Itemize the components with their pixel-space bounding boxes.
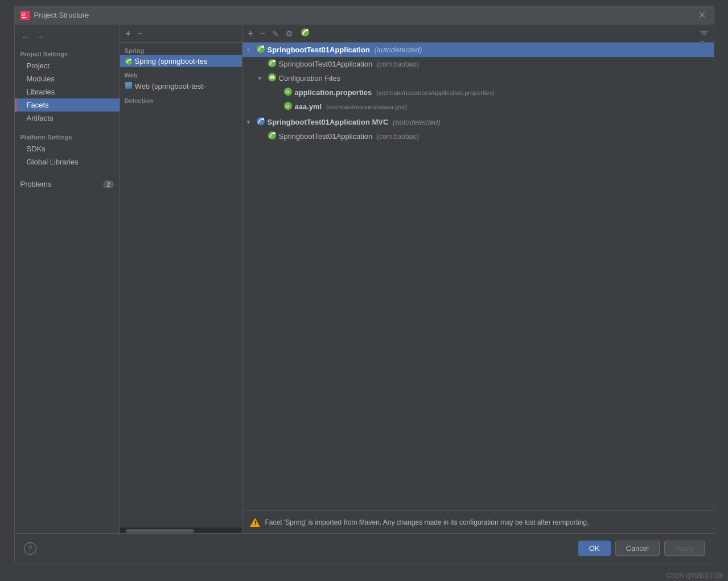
svg-point-3 [125, 58, 132, 65]
spring-run-icon: ▶ [300, 27, 310, 38]
svg-text:IJ: IJ [22, 13, 25, 17]
sort-az-icon: ⇅ AZ [700, 24, 709, 26]
sidebar-item-libraries[interactable]: Libraries [15, 85, 120, 98]
forward-button[interactable]: → [34, 31, 47, 43]
tree-node-springboot-mvc[interactable]: ▼ SpringbootTest01Application MVC (autod… [242, 115, 714, 129]
project-settings-section-header: Project Settings [15, 47, 120, 59]
config-folder-icon: ⚙ [268, 73, 277, 84]
sidebar-item-project[interactable]: Project [15, 59, 120, 72]
spring-facet-icon [125, 57, 133, 65]
svg-rect-7 [126, 88, 131, 88]
help-button[interactable]: ? [24, 542, 36, 555]
sidebar-item-global-libraries[interactable]: Global Libraries [15, 155, 120, 168]
svg-text:!: ! [254, 520, 257, 526]
remove-facet-button[interactable]: − [135, 27, 145, 40]
tree-node-config-files[interactable]: ▼ ⚙ Configuration Files [242, 71, 714, 85]
spring-app-icon [256, 44, 265, 55]
web-facet-icon [125, 81, 133, 91]
warning-text: Facet 'Spring' is imported from Maven. A… [265, 518, 589, 526]
expand-arrow-1: ▼ [246, 47, 254, 53]
remove-config-button[interactable]: − [258, 26, 268, 40]
facet-section-spring-header: Spring [120, 45, 242, 55]
svg-point-21 [262, 46, 264, 48]
spring-run-button[interactable]: ▶ [298, 26, 312, 40]
bottom-bar: ? OK Cancel Apply [15, 533, 714, 563]
dialog-title: Project Structure [34, 11, 89, 19]
filter-button[interactable] [698, 29, 710, 38]
svg-text:⇅: ⇅ [700, 24, 704, 26]
problems-count-badge: 2 [103, 180, 113, 188]
facet-item-spring[interactable]: Spring (springboot-tes [120, 55, 242, 67]
svg-text:⚙: ⚙ [286, 104, 289, 108]
back-button[interactable]: ← [19, 31, 32, 43]
svg-point-32 [262, 118, 264, 120]
close-icon[interactable]: ✕ [697, 10, 708, 21]
sidebar-item-facets[interactable]: Facets [15, 98, 120, 112]
spring-mvc-icon [256, 117, 265, 127]
idea-logo-icon: IJ [20, 11, 30, 20]
expand-arrow-2: ▼ [246, 119, 254, 125]
edit-config-button[interactable]: ✎ [270, 26, 281, 40]
sidebar-item-problems[interactable]: Problems 2 [15, 178, 120, 191]
svg-point-23 [273, 60, 275, 62]
svg-point-34 [273, 132, 275, 134]
tree-node-aaa-yml[interactable]: ⚙ aaa.yml (src/main/resources/aaa.yml) [242, 100, 714, 114]
right-tree: ▼ SpringbootTest01Application (autodetec… [242, 43, 714, 510]
expand-arrow-config: ▼ [257, 75, 265, 81]
facet-section-detection-header: Detection [120, 95, 242, 105]
apply-button[interactable]: Apply [664, 541, 705, 556]
add-facet-button[interactable]: + [124, 27, 133, 40]
svg-text:AZ: AZ [705, 24, 709, 25]
tree-node-app-properties[interactable]: ⚙ application.properties (src/main/resou… [242, 85, 714, 100]
sort-az-button[interactable]: ⇅ AZ [698, 24, 710, 28]
add-config-button[interactable]: + [246, 26, 256, 40]
watermark: CSDN @阳阳阳阳路 [667, 571, 723, 580]
svg-rect-1 [22, 17, 26, 18]
sidebar-item-sdks[interactable]: SDKs [15, 142, 120, 155]
svg-text:⚙: ⚙ [286, 90, 289, 94]
sidebar-item-artifacts[interactable]: Artifacts [15, 112, 120, 125]
tree-node-mvc-app-class[interactable]: SpringbootTest01Application (com.baobao) [242, 129, 714, 143]
ok-button[interactable]: OK [578, 541, 611, 556]
yml-file-icon: ⚙ [283, 101, 293, 112]
cancel-button[interactable]: Cancel [615, 541, 660, 556]
tree-node-springboot-app[interactable]: ▼ SpringbootTest01Application (autodetec… [242, 43, 714, 57]
warning-icon: ! [249, 517, 261, 528]
properties-file-icon: ⚙ [283, 87, 293, 98]
platform-settings-section-header: Platform Settings [15, 130, 120, 142]
settings-config-button[interactable]: ⚙ [283, 26, 295, 40]
svg-point-4 [129, 59, 131, 60]
filter-icon [700, 30, 708, 36]
facet-section-web-header: Web [120, 69, 242, 80]
warning-bar: ! Facet 'Spring' is imported from Maven.… [242, 510, 714, 533]
spring-class-icon [268, 59, 277, 69]
tree-node-app-class[interactable]: SpringbootTest01Application (com.baobao) [242, 57, 714, 71]
sidebar-item-modules[interactable]: Modules [15, 72, 120, 85]
mvc-class-icon [268, 131, 277, 142]
facet-item-web[interactable]: Web (springboot-test- [120, 80, 242, 93]
